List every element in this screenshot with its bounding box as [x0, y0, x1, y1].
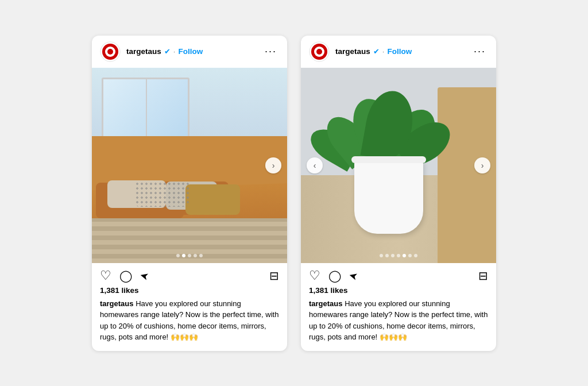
avatar-1[interactable]	[100, 41, 121, 62]
svg-point-3	[107, 49, 113, 55]
furniture-shelf	[438, 87, 496, 263]
posts-container: targetaus ✔ · Follow ···	[80, 24, 508, 362]
dot-1-3	[188, 254, 191, 257]
bedroom-scene	[92, 68, 287, 263]
dot-2-1	[380, 254, 383, 257]
caption-1: targetaus Have you explored our stunning…	[92, 297, 287, 351]
follow-button-1[interactable]: Follow	[178, 47, 203, 56]
caption-username-1[interactable]: targetaus	[100, 299, 134, 308]
pillow-6	[185, 184, 240, 215]
like-button-1[interactable]: ♡	[100, 269, 111, 282]
verified-badge-1: ✔	[164, 47, 171, 56]
more-button-2[interactable]: ···	[471, 45, 488, 57]
likes-1: 1,381 likes	[92, 286, 287, 297]
avatar-2[interactable]	[309, 41, 330, 62]
nav-right-2[interactable]: ›	[474, 157, 490, 173]
post-card-2: targetaus ✔ · Follow ···	[301, 36, 496, 351]
nav-right-1[interactable]: ›	[265, 157, 281, 173]
pillow-4-pattern	[135, 182, 189, 207]
dot-2-3	[391, 254, 394, 257]
likes-2: 1,381 likes	[301, 286, 496, 297]
dot-2-5	[403, 254, 406, 257]
caption-username-2[interactable]: targetaus	[309, 299, 343, 308]
dot-2-2	[385, 254, 389, 257]
nav-left-2[interactable]: ‹	[307, 157, 323, 173]
carousel-dots-1	[176, 254, 203, 257]
comment-button-1[interactable]: ◯	[119, 270, 132, 281]
dot-1-4	[194, 254, 197, 257]
username-2[interactable]: targetaus	[335, 47, 370, 56]
plant-leaves	[331, 68, 446, 159]
chevron-left-icon-2: ‹	[314, 161, 316, 170]
more-button-1[interactable]: ···	[262, 45, 279, 57]
post-card-1: targetaus ✔ · Follow ···	[92, 36, 287, 351]
post-header-1: targetaus ✔ · Follow ···	[92, 36, 287, 68]
bookmark-button-1[interactable]: ⊟	[269, 269, 279, 283]
carousel-dots-2	[380, 254, 417, 257]
separator-2: ·	[382, 47, 385, 56]
bed-base	[92, 136, 287, 263]
like-button-2[interactable]: ♡	[309, 269, 320, 282]
header-info-2: targetaus ✔ · Follow	[335, 47, 466, 56]
bookmark-button-2[interactable]: ⊟	[478, 269, 488, 283]
chevron-right-icon-1: ›	[272, 161, 275, 170]
dot-1-1	[176, 254, 180, 257]
header-info-1: targetaus ✔ · Follow	[126, 47, 257, 56]
caption-2: targetaus Have you explored our stunning…	[301, 297, 496, 351]
comment-button-2[interactable]: ◯	[328, 270, 341, 281]
share-button-1[interactable]: ➤	[139, 269, 150, 281]
plant-scene	[301, 68, 496, 263]
verified-badge-2: ✔	[373, 47, 380, 56]
dot-2-6	[408, 254, 412, 257]
post-actions-2: ♡ ◯ ➤ ⊟	[301, 263, 496, 286]
dot-2-7	[414, 254, 417, 257]
svg-point-7	[316, 49, 322, 55]
username-1[interactable]: targetaus	[126, 47, 161, 56]
plant-pot	[354, 159, 423, 234]
dot-2-4	[397, 254, 400, 257]
post-header-2: targetaus ✔ · Follow ···	[301, 36, 496, 68]
share-button-2[interactable]: ➤	[348, 269, 359, 281]
follow-button-2[interactable]: Follow	[387, 47, 412, 56]
post-image-2: ‹ ›	[301, 68, 496, 263]
chevron-right-icon-2: ›	[481, 161, 484, 170]
post-image-1: ›	[92, 68, 287, 263]
dot-1-5	[199, 254, 203, 257]
post-actions-1: ♡ ◯ ➤ ⊟	[92, 263, 287, 286]
plant-container	[340, 159, 438, 234]
dot-1-2	[182, 254, 185, 257]
separator-1: ·	[173, 47, 176, 56]
